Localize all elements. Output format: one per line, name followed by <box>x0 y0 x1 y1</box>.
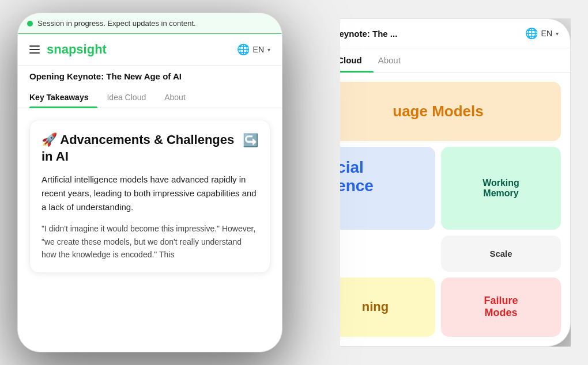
logo-sight: sight <box>76 42 107 56</box>
ai-text: ficialgence <box>327 158 374 195</box>
working-memory-text: WorkingMemory <box>483 178 519 199</box>
back-chevron-icon: ▾ <box>556 31 559 37</box>
tab-key-takeaways[interactable]: Key Takeaways <box>29 87 97 108</box>
tab-idea-cloud-label: Idea Cloud <box>107 93 146 102</box>
back-tab-about-label: About <box>378 55 401 65</box>
back-tab-idea-cloud[interactable]: Idea Cloud <box>318 48 374 72</box>
idea-card-working-memory[interactable]: WorkingMemory <box>441 147 561 229</box>
phone-back: ing Keynote: The ... 🌐 EN ▾ Idea Cloud A… <box>306 18 571 347</box>
back-tab-about[interactable]: About <box>378 48 412 72</box>
card-body: Artificial intelligence models have adva… <box>42 173 258 214</box>
idea-card-artificial-intelligence[interactable]: ficialgence <box>315 147 435 229</box>
session-status-dot <box>27 21 33 26</box>
card-quote: "I didn't imagine it would become this i… <box>42 222 258 261</box>
session-banner-text: Session in progress. Expect updates in c… <box>37 19 196 28</box>
flag-icon: 🌐 <box>237 43 250 56</box>
idea-card-scale[interactable]: Scale <box>441 235 561 272</box>
logo-snap: snap <box>47 42 76 56</box>
lang-selector[interactable]: 🌐 EN ▾ <box>237 43 270 56</box>
back-tab-idea-cloud-label: Idea Cloud <box>318 55 362 65</box>
share-icon[interactable]: ↪️ <box>243 133 258 148</box>
learning-text: ning <box>362 299 389 314</box>
app-header: snapsight 🌐 EN ▾ <box>18 34 282 66</box>
idea-card-failure-modes[interactable]: FailureModes <box>441 277 561 337</box>
idea-card-learning[interactable]: ning <box>315 277 435 337</box>
scale-text: Scale <box>489 249 512 258</box>
back-flag-icon: 🌐 <box>525 27 538 40</box>
chevron-down-icon: ▾ <box>267 47 270 53</box>
tabs: Key Takeaways Idea Cloud About <box>18 87 282 108</box>
phone-front: Session in progress. Expect updates in c… <box>17 13 282 352</box>
content-area: 🚀 Advancements & Challenges in AI ↪️ Art… <box>18 108 282 284</box>
lang-text: EN <box>253 45 264 54</box>
back-lang-text: EN <box>541 29 552 38</box>
header-left: snapsight <box>29 42 107 57</box>
back-lang-selector[interactable]: 🌐 EN ▾ <box>525 27 559 40</box>
takeaway-card: 🚀 Advancements & Challenges in AI ↪️ Art… <box>29 120 270 273</box>
idea-card-language-models[interactable]: uage Models <box>315 82 561 141</box>
idea-cloud-grid: uage Models ficialgence WorkingMemory Sc… <box>306 73 570 346</box>
card-header: 🚀 Advancements & Challenges in AI ↪️ <box>42 132 258 165</box>
page-title: Opening Keynote: The New Age of AI <box>18 66 282 81</box>
session-banner: Session in progress. Expect updates in c… <box>18 13 282 34</box>
card-title: 🚀 Advancements & Challenges in AI <box>42 132 236 165</box>
tab-idea-cloud[interactable]: Idea Cloud <box>97 87 155 108</box>
tab-about-label: About <box>164 93 186 102</box>
back-header: ing Keynote: The ... 🌐 EN ▾ <box>306 19 570 48</box>
scene: ing Keynote: The ... 🌐 EN ▾ Idea Cloud A… <box>0 0 588 365</box>
tab-key-takeaways-label: Key Takeaways <box>29 93 88 102</box>
back-page-title: ing Keynote: The ... <box>318 29 397 39</box>
tab-about[interactable]: About <box>155 87 195 108</box>
language-models-text: uage Models <box>393 102 483 120</box>
failure-modes-text: FailureModes <box>484 295 518 319</box>
menu-icon[interactable] <box>29 45 40 54</box>
back-phone-content: ing Keynote: The ... 🌐 EN ▾ Idea Cloud A… <box>306 19 570 346</box>
app-logo: snapsight <box>47 42 107 57</box>
back-tabs: Idea Cloud About <box>306 48 570 73</box>
